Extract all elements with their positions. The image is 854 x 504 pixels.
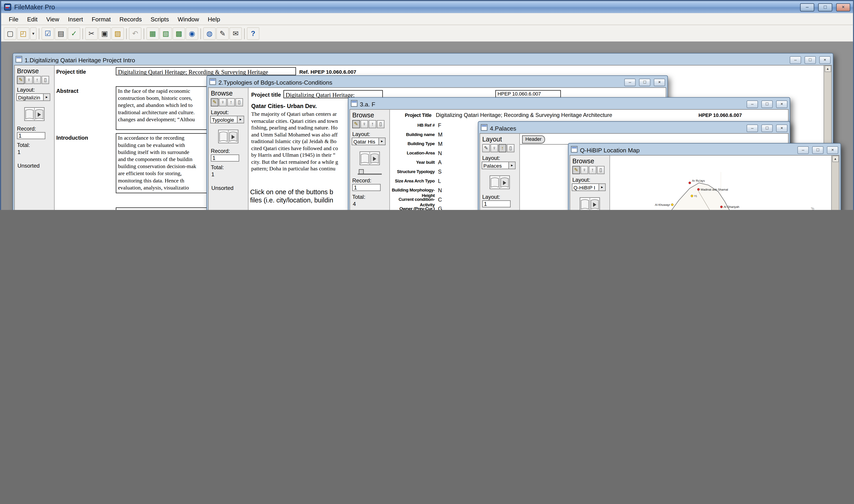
record-slider[interactable] <box>358 169 382 175</box>
building-name-value[interactable]: M <box>438 131 443 138</box>
close-button[interactable]: × <box>776 100 787 108</box>
find-icon[interactable]: ◉ <box>186 27 198 40</box>
cut-icon[interactable]: ✂ <box>85 27 97 40</box>
define-fields-icon[interactable]: ☑ <box>41 27 54 40</box>
new-file-icon[interactable]: ▢ <box>4 27 16 40</box>
building-type-value[interactable]: M <box>438 141 443 147</box>
menu-records[interactable]: Records <box>115 15 146 23</box>
layout-dropdown[interactable]: Q-HiBIP I▸ <box>572 183 606 191</box>
part-tab-header[interactable]: Header <box>522 135 545 144</box>
maximize-button[interactable]: □ <box>761 124 773 132</box>
record-number-input[interactable]: 1 <box>352 184 381 191</box>
paste-icon[interactable]: ▨ <box>111 27 124 40</box>
window-titlebar[interactable]: 4.Palaces – □ × <box>479 123 788 133</box>
mode-up-icon[interactable]: ↑ <box>589 166 597 174</box>
app-minimize-button[interactable]: – <box>800 3 814 11</box>
web-companion-icon[interactable]: ◍ <box>203 27 216 40</box>
mode-find-icon[interactable]: ♀ <box>360 120 368 128</box>
mode-page-icon[interactable]: ▯ <box>597 166 605 174</box>
maximize-button[interactable]: □ <box>761 100 773 108</box>
owner-value[interactable]: G <box>438 206 442 210</box>
menu-format[interactable]: Format <box>87 15 115 23</box>
maximize-button[interactable]: □ <box>639 78 650 86</box>
layout-number-input[interactable]: 1 <box>482 200 511 208</box>
undo-icon[interactable]: ↶ <box>129 27 141 40</box>
mode-page-icon[interactable]: ▯ <box>507 144 515 152</box>
duplicate-record-icon[interactable]: ▧ <box>160 27 172 40</box>
menu-scripts[interactable]: Scripts <box>146 15 173 23</box>
window-titlebar[interactable]: 2.Typologies of Bdgs-Locations-Condition… <box>208 77 666 87</box>
maximize-button[interactable]: □ <box>804 56 816 64</box>
mode-find-icon[interactable]: ♀ <box>581 166 588 174</box>
spell-check-icon[interactable]: ✓ <box>68 27 80 40</box>
mode-pen-icon[interactable]: ✎ <box>482 144 490 152</box>
location-area-value[interactable]: N <box>438 150 442 157</box>
record-number-input[interactable]: 1 <box>17 132 45 139</box>
menu-file[interactable]: File <box>4 15 23 23</box>
app-close-button[interactable]: × <box>836 3 850 11</box>
hb-ref-value[interactable]: F <box>438 122 442 129</box>
mode-page-icon[interactable]: ▯ <box>377 120 385 128</box>
copy-icon[interactable]: ▣ <box>98 27 111 40</box>
mode-find-icon[interactable]: ♀ <box>25 76 33 84</box>
open-dropdown-icon[interactable]: ▾ <box>30 27 37 40</box>
project-title-value[interactable]: Digitalizing Qatari Heritage; Recording … <box>436 112 687 119</box>
layout-dropdown[interactable]: Qatar His▸ <box>352 138 386 145</box>
layout-dropdown[interactable]: Typologie▸ <box>210 116 244 124</box>
window-titlebar[interactable]: 1.Digitalizing Qatari Heritage Project I… <box>14 55 832 65</box>
close-button[interactable]: × <box>819 56 831 64</box>
record-navigator-book[interactable] <box>489 174 510 191</box>
maximize-button[interactable]: □ <box>812 146 823 154</box>
menu-edit[interactable]: Edit <box>23 15 42 23</box>
minimize-button[interactable]: – <box>797 146 809 154</box>
mode-up-icon[interactable]: ↑ <box>33 76 41 84</box>
print-icon[interactable]: ▤ <box>55 27 67 40</box>
open-file-icon[interactable]: ◰ <box>17 27 29 40</box>
mode-up-icon[interactable]: ↑ <box>227 98 235 106</box>
help-icon[interactable]: ? <box>247 27 260 40</box>
app-maximize-button[interactable]: □ <box>818 3 832 11</box>
scroll-up-icon[interactable]: ▴ <box>824 66 831 72</box>
close-button[interactable]: × <box>827 146 838 154</box>
menu-window[interactable]: Window <box>173 15 203 23</box>
scroll-up-icon[interactable]: ▴ <box>832 156 838 162</box>
window-titlebar[interactable]: 3.a. F – □ × <box>350 99 789 109</box>
record-number-input[interactable]: 1 <box>211 155 239 161</box>
project-title-field[interactable]: Digitalizing Qatari Heritage; Recording … <box>116 67 296 75</box>
mode-pen-icon[interactable]: ✎ <box>572 166 580 174</box>
record-navigator-book[interactable] <box>218 128 239 145</box>
menu-help[interactable]: Help <box>203 15 225 23</box>
minimize-button[interactable]: – <box>624 78 636 86</box>
menu-view[interactable]: View <box>42 15 64 23</box>
record-navigator-book[interactable] <box>359 150 380 167</box>
condition-value[interactable]: C <box>438 197 442 203</box>
mode-find-icon[interactable]: ♀ <box>491 144 498 152</box>
window-titlebar[interactable]: Q-HiBIP Location Map – □ × <box>570 145 839 155</box>
year-built-value[interactable]: A <box>438 159 442 166</box>
size-area-value[interactable]: L <box>438 178 441 184</box>
mode-up-icon[interactable]: ↑ <box>499 144 506 152</box>
close-button[interactable]: × <box>654 78 665 86</box>
structure-typology-value[interactable]: S <box>438 169 442 175</box>
record-navigator-book[interactable] <box>24 105 45 123</box>
morphology-value[interactable]: N <box>438 187 442 194</box>
mode-page-icon[interactable]: ▯ <box>41 76 49 84</box>
vertical-scrollbar[interactable]: ▴ ▾ <box>831 156 839 210</box>
minimize-button[interactable]: – <box>747 124 758 132</box>
record-navigator-book[interactable] <box>579 195 600 210</box>
app-titlebar[interactable]: FileMaker Pro – □ × <box>1 1 853 13</box>
mode-find-icon[interactable]: ♀ <box>219 98 227 106</box>
mode-pen-icon[interactable]: ✎ <box>211 98 218 106</box>
delete-record-icon[interactable]: ▩ <box>173 27 185 40</box>
new-record-icon[interactable]: ▦ <box>146 27 159 40</box>
mode-page-icon[interactable]: ▯ <box>235 98 243 106</box>
minimize-button[interactable]: – <box>789 56 801 64</box>
minimize-button[interactable]: – <box>747 100 758 108</box>
send-mail-icon[interactable]: ✉ <box>229 27 242 40</box>
mode-pen-icon[interactable]: ✎ <box>17 76 24 84</box>
layout-dropdown[interactable]: Digitalizin▸ <box>16 93 50 101</box>
project-ref-field[interactable]: HPEP 10.060.6.007 <box>495 90 561 98</box>
layout-dropdown[interactable]: Palaces▸ <box>482 161 516 169</box>
mode-up-icon[interactable]: ↑ <box>369 120 376 128</box>
mode-pen-icon[interactable]: ✎ <box>352 120 360 128</box>
